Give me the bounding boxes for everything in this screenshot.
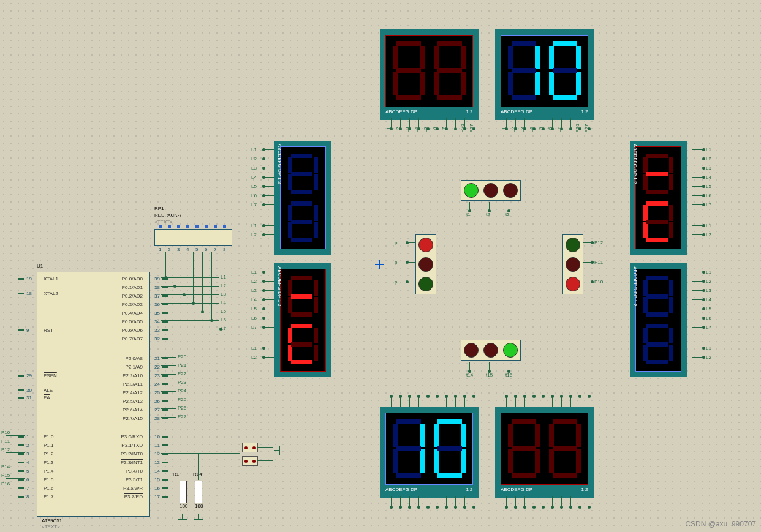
ground-2 bbox=[194, 514, 203, 522]
u1-pin-P1.1: P1.1 bbox=[44, 443, 53, 448]
tl-net: t3 bbox=[505, 212, 510, 217]
resistor-r1[interactable] bbox=[180, 481, 187, 503]
ground-3 bbox=[274, 446, 281, 455]
r14-val: 100 bbox=[195, 503, 203, 509]
display-north-red[interactable]: ABCDEFG DP1 2 bbox=[380, 29, 479, 120]
display-west-red[interactable] bbox=[274, 263, 331, 377]
u1-pin-P0.0/AD0: P0.0/AD0 bbox=[122, 276, 143, 282]
rp1-pad bbox=[195, 225, 199, 228]
traffic-light-east[interactable] bbox=[562, 234, 583, 294]
display-north-blue[interactable]: ABCDEFG DP1 2 bbox=[495, 29, 594, 120]
u1-pinnum-1: 1 bbox=[26, 434, 29, 440]
tl-net: t16 bbox=[505, 372, 512, 378]
net-disp-pin: L6 bbox=[547, 127, 553, 133]
u1-pin-P2.4/A12: P2.4/A12 bbox=[123, 390, 143, 395]
r1-ref: R1 bbox=[173, 471, 179, 477]
u1-pinnum-29: 29 bbox=[26, 373, 32, 378]
rp1-pin-3: 3 bbox=[177, 247, 180, 252]
net-L7: L7 bbox=[221, 326, 226, 331]
u1-pin-P0.1/AD1: P0.1/AD1 bbox=[122, 285, 143, 290]
rp1-pin-2: 2 bbox=[168, 247, 170, 252]
rp1-respack[interactable]: 1 2 3 4 5 6 7 8 bbox=[154, 229, 232, 246]
button-1[interactable] bbox=[242, 443, 258, 452]
rp1-sub: <TEXT> bbox=[154, 219, 173, 225]
net-disp-pin: L3 bbox=[404, 127, 410, 133]
u1-stub bbox=[18, 462, 24, 463]
led-west-green bbox=[418, 277, 433, 291]
u1-pin-P1.2: P1.2 bbox=[44, 451, 53, 457]
u1-pinnum-10: 10 bbox=[154, 434, 160, 440]
u1-stub bbox=[162, 436, 168, 438]
u1-pin-PSEN: PSEN bbox=[44, 373, 57, 378]
net-side-pin: L1 bbox=[706, 345, 711, 351]
tl-net: P10 bbox=[594, 279, 603, 285]
rp1-pad bbox=[205, 225, 208, 228]
u1-pinnum-39: 39 bbox=[154, 276, 160, 282]
u1-pinnum-12: 12 bbox=[154, 451, 160, 457]
rp1-pad bbox=[214, 225, 217, 228]
display-west-blue[interactable] bbox=[274, 141, 331, 255]
traffic-light-north[interactable] bbox=[461, 180, 521, 201]
u1-stub bbox=[162, 312, 168, 314]
u1-pinnum-17: 17 bbox=[154, 494, 160, 500]
net-side-pin: L1 bbox=[251, 147, 257, 152]
net-side-pin: L7 bbox=[251, 202, 257, 208]
display-east-red[interactable] bbox=[630, 141, 687, 255]
u1-pinnum-11: 11 bbox=[154, 443, 160, 448]
button-2[interactable] bbox=[242, 456, 258, 466]
u1-pinnum-26: 26 bbox=[154, 399, 160, 404]
u1-pinnum-27: 27 bbox=[154, 407, 160, 413]
u1-pinnum-2: 2 bbox=[26, 443, 29, 448]
net-disp-pin: P26 bbox=[460, 124, 465, 132]
u1-pin-P1.4: P1.4 bbox=[44, 468, 53, 474]
net-disp-pin: L2 bbox=[510, 127, 516, 133]
u1-pinnum-5: 5 bbox=[26, 468, 29, 474]
u1-stub bbox=[18, 444, 24, 446]
net-disp-pin: L1 bbox=[386, 127, 392, 133]
led-south-red bbox=[464, 343, 479, 358]
led-south-yellow bbox=[483, 343, 498, 358]
net-side-pin: L3 bbox=[706, 165, 711, 171]
u1-stub bbox=[162, 479, 168, 481]
net-disp-pin: P27 bbox=[469, 124, 474, 132]
net-P26: P26 bbox=[178, 405, 186, 411]
traffic-light-west[interactable] bbox=[415, 234, 436, 294]
disp-east-blue-label: ABCDEFG DP 1 2 bbox=[632, 266, 638, 306]
net-side-pin: L5 bbox=[251, 184, 257, 189]
net-side-pin: L2 bbox=[706, 232, 711, 238]
tl-net: p bbox=[395, 240, 397, 245]
display-south-blue[interactable]: ABCDEFG DP1 2 bbox=[380, 407, 479, 498]
u1-stub bbox=[162, 329, 168, 331]
net-P23: P23 bbox=[178, 380, 186, 385]
u1-stub bbox=[162, 418, 168, 419]
u1-stub bbox=[162, 392, 168, 394]
led-west-red bbox=[418, 238, 433, 252]
net-side-pin: L2 bbox=[251, 354, 257, 360]
u1-pin-P2.3/A11: P2.3/A11 bbox=[123, 381, 143, 387]
u1-pin-P1.3: P1.3 bbox=[44, 460, 53, 465]
u1-pinnum-3: 3 bbox=[26, 451, 29, 457]
rp1-part: RESPACK-7 bbox=[154, 212, 182, 218]
net-side-pin: L5 bbox=[706, 184, 711, 189]
net-disp-pin: L2 bbox=[395, 127, 401, 133]
net-P12: P12 bbox=[1, 447, 10, 452]
display-east-blue[interactable] bbox=[630, 263, 687, 377]
u1-part: AT89C51 bbox=[42, 518, 62, 523]
u1-stub bbox=[162, 304, 168, 305]
display-south-red[interactable]: ABCDEFG DP1 2 bbox=[495, 407, 594, 498]
net-side-pin: L2 bbox=[251, 279, 257, 284]
u1-at89c51[interactable]: 19 XTAL1 18 XTAL2 9 RST 29 PSEN 30 ALE 3… bbox=[37, 272, 150, 517]
net-P14: P14 bbox=[1, 464, 10, 470]
u1-stub bbox=[18, 470, 24, 472]
u1-stub bbox=[162, 321, 168, 323]
tl-net: t1 bbox=[466, 212, 471, 217]
resistor-r14[interactable] bbox=[195, 481, 202, 503]
traffic-light-south[interactable] bbox=[461, 340, 521, 361]
net-L4: L4 bbox=[221, 300, 226, 305]
u1-pin-P1.6: P1.6 bbox=[44, 485, 53, 491]
net-side-pin: L3 bbox=[706, 288, 711, 293]
net-side-pin: L1 bbox=[706, 147, 711, 152]
net-side-pin: L1 bbox=[251, 269, 257, 275]
r1-val: 100 bbox=[180, 503, 187, 509]
u1-stub bbox=[18, 487, 24, 489]
